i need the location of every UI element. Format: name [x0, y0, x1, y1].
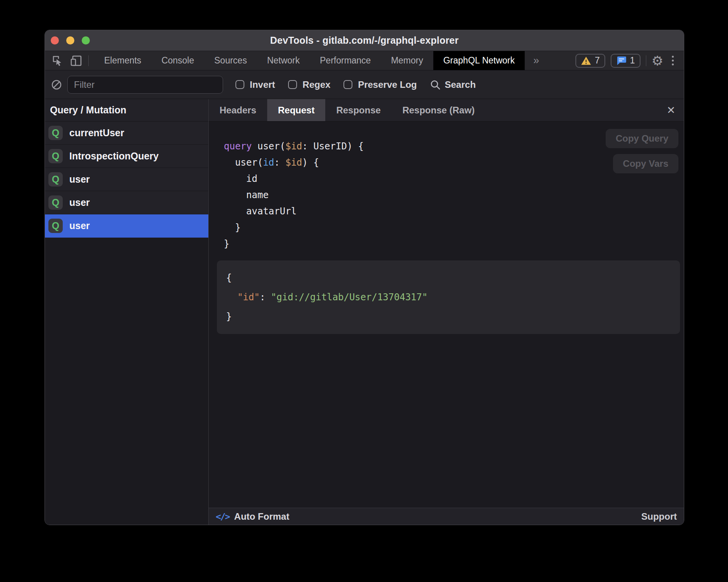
code-line: } — [224, 219, 684, 236]
devtools-tab-bar: ElementsConsoleSourcesNetworkPerformance… — [45, 51, 684, 70]
tab-network[interactable]: Network — [257, 51, 310, 70]
filter-checkboxes: InvertRegexPreserve Log — [235, 79, 417, 90]
code-line: name — [224, 187, 684, 203]
tab-console[interactable]: Console — [151, 51, 204, 70]
query-list-panel: Query / Mutation QcurrentUserQIntrospect… — [45, 99, 208, 525]
query-type-badge: Q — [48, 219, 63, 233]
window-title: DevTools - gitlab.com/-/graphql-explorer — [45, 35, 684, 46]
request-tabs: HeadersRequestResponseResponse (Raw)✕ — [209, 99, 684, 122]
checkbox-regex[interactable]: Regex — [288, 79, 330, 90]
status-bar: </> Auto Format Support — [209, 508, 684, 525]
devtools-window: DevTools - gitlab.com/-/graphql-explorer… — [45, 30, 684, 525]
query-type-badge: Q — [48, 172, 63, 187]
toolbar-separator — [88, 55, 89, 66]
support-link[interactable]: Support — [641, 511, 677, 522]
query-name: IntrospectionQuery — [69, 151, 159, 162]
search-label: Search — [445, 79, 476, 90]
warnings-badge[interactable]: 7 — [575, 54, 605, 68]
checkbox-box[interactable] — [343, 80, 352, 89]
code-line: "id": "gid://gitlab/User/13704317" — [226, 288, 671, 307]
code-line: } — [226, 307, 671, 326]
more-options-kebab-icon[interactable] — [669, 56, 677, 65]
tab-memory[interactable]: Memory — [381, 51, 433, 70]
query-list: QcurrentUserQIntrospectionQueryQuserQuse… — [45, 122, 208, 238]
query-list-header: Query / Mutation — [45, 99, 208, 122]
graphql-variables-box: { "id": "gid://gitlab/User/13704317"} — [217, 260, 680, 334]
query-list-item[interactable]: Quser — [45, 214, 208, 238]
search-control[interactable]: Search — [430, 79, 476, 90]
tab-response[interactable]: Response — [325, 99, 391, 121]
badge-separator — [646, 55, 646, 66]
tabbar-right-controls: 7 1 ⚙ — [575, 51, 684, 70]
title-bar: DevTools - gitlab.com/-/graphql-explorer — [45, 30, 684, 51]
checkbox-box[interactable] — [288, 80, 297, 89]
query-name: user — [69, 174, 90, 185]
tab-sources[interactable]: Sources — [204, 51, 257, 70]
tab-elements[interactable]: Elements — [94, 51, 151, 70]
query-type-badge: Q — [48, 149, 63, 163]
message-count: 1 — [630, 55, 635, 66]
code-line: { — [226, 268, 671, 288]
query-list-item[interactable]: Quser — [45, 168, 208, 191]
checkbox-invert[interactable]: Invert — [235, 79, 275, 90]
query-list-item[interactable]: QcurrentUser — [45, 122, 208, 145]
warning-icon — [581, 56, 591, 65]
checkbox-box[interactable] — [235, 80, 244, 89]
devtools-tabs: ElementsConsoleSourcesNetworkPerformance… — [94, 51, 525, 70]
checkbox-label: Regex — [302, 79, 330, 90]
checkbox-preserve-log[interactable]: Preserve Log — [343, 79, 417, 90]
query-name: user — [69, 220, 90, 231]
inspect-element-icon[interactable] — [51, 54, 64, 67]
query-type-badge: Q — [48, 126, 63, 140]
tab-graphql-network[interactable]: GraphQL Network — [433, 51, 525, 70]
filter-input[interactable] — [67, 76, 223, 94]
tab-performance[interactable]: Performance — [310, 51, 381, 70]
more-tabs-chevron-icon[interactable]: » — [525, 51, 548, 70]
main-split: Query / Mutation QcurrentUserQIntrospect… — [45, 99, 684, 525]
code-line: avatarUrl — [224, 203, 684, 219]
query-type-badge: Q — [48, 195, 63, 210]
filter-bar: InvertRegexPreserve Log Search — [45, 70, 684, 99]
auto-format-button[interactable]: Auto Format — [234, 511, 290, 522]
toolbar-icons — [45, 51, 94, 70]
search-icon — [430, 79, 441, 90]
copy-vars-button[interactable]: Copy Vars — [613, 154, 678, 173]
clear-filter-icon[interactable] — [51, 79, 62, 90]
auto-format-icon: </> — [216, 512, 230, 522]
copy-query-button[interactable]: Copy Query — [606, 129, 678, 148]
tab-headers[interactable]: Headers — [209, 99, 267, 121]
checkbox-label: Preserve Log — [358, 79, 417, 90]
code-line: } — [224, 236, 684, 252]
message-icon — [616, 56, 627, 65]
close-detail-icon[interactable]: ✕ — [658, 99, 684, 121]
query-name: user — [69, 197, 90, 208]
checkbox-label: Invert — [250, 79, 275, 90]
issues-badge[interactable]: 1 — [611, 54, 640, 68]
query-list-item[interactable]: QIntrospectionQuery — [45, 145, 208, 168]
device-toolbar-icon[interactable] — [70, 54, 83, 67]
request-panel: HeadersRequestResponseResponse (Raw)✕ qu… — [209, 99, 684, 525]
warning-count: 7 — [595, 55, 600, 66]
settings-gear-icon[interactable]: ⚙ — [652, 54, 663, 67]
query-list-item[interactable]: Quser — [45, 191, 208, 214]
copy-buttons: Copy Query Copy Vars — [606, 129, 678, 173]
query-name: currentUser — [69, 127, 124, 139]
tab-request[interactable]: Request — [267, 99, 326, 121]
tab-response-raw[interactable]: Response (Raw) — [391, 99, 486, 121]
request-content: query user($id: UserID) { user(id: $id) … — [209, 122, 684, 508]
